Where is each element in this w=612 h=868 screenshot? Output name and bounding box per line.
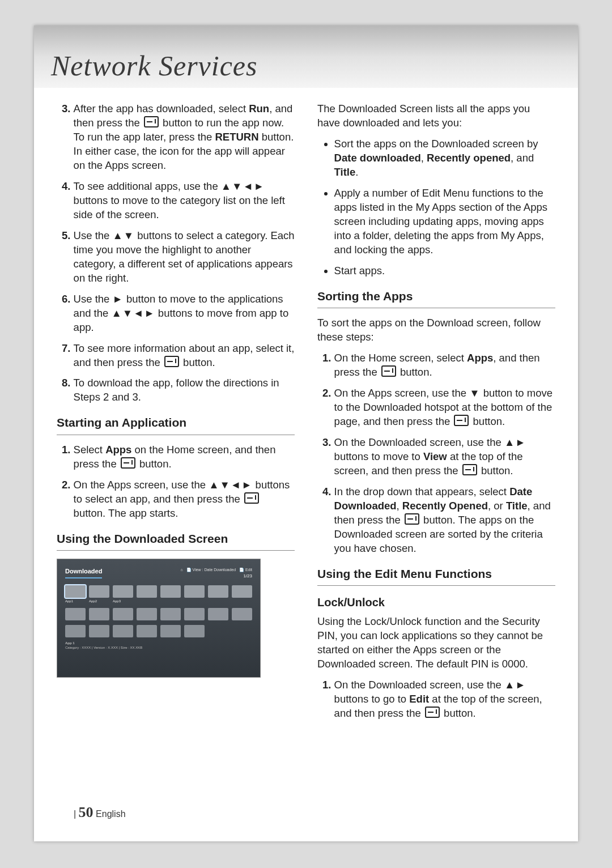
- numbered-step: To see additional apps, use the ▲▼◄► but…: [74, 180, 295, 222]
- app-tile: [89, 625, 109, 637]
- mock-view-edit: ⌂ 📄 View : Date Downloaded 📄 Edit: [181, 567, 252, 572]
- numbered-step: After the app has downloaded, select Run…: [74, 102, 295, 173]
- bold-text: Recently Opened: [402, 500, 488, 512]
- numbered-step: On the Home screen, select Apps, and the…: [334, 351, 555, 380]
- mock-app-row-2: [65, 608, 252, 620]
- app-tile: [113, 625, 133, 637]
- app-tile: [208, 585, 228, 598]
- divider: [317, 308, 555, 308]
- mock-app-row-1: [65, 585, 252, 598]
- document-sheet: Network Services After the app has downl…: [34, 25, 578, 841]
- enter-button-icon: [121, 457, 135, 469]
- app-tile: [65, 625, 86, 637]
- starting-application-steps: Select Apps on the Home screen, and then…: [57, 443, 295, 521]
- numbered-step: On the Apps screen, use the ▼ button to …: [334, 386, 555, 429]
- enter-button-icon: [164, 356, 179, 367]
- enter-button-icon: [244, 492, 259, 504]
- page-root: Network Services After the app has downl…: [0, 0, 612, 868]
- mock-footer-title: App 1: [65, 641, 252, 645]
- lock-steps: On the Downloaded screen, use the ▲► but…: [317, 678, 555, 721]
- page-title: Network Services: [51, 49, 258, 82]
- mock-label-row: App1App2App3: [65, 599, 252, 603]
- mock-app-label: [184, 599, 205, 603]
- mock-title: Downloaded: [65, 567, 102, 578]
- app-tile: [89, 585, 109, 598]
- mock-app-label: App3: [113, 599, 133, 603]
- mock-header-row: Downloaded ⌂ 📄 View : Date Downloaded 📄 …: [65, 567, 252, 580]
- content-columns: After the app has downloaded, select Run…: [34, 88, 578, 729]
- arrow-keys-icon: ▼: [469, 387, 480, 399]
- downloaded-intro-bullets: Sort the apps on the Downloaded screen b…: [317, 137, 555, 278]
- edit-menu-heading: Using the Edit Menu Functions: [317, 566, 555, 582]
- downloaded-screen-heading: Using the Downloaded Screen: [57, 531, 295, 547]
- downloaded-intro: The Downloaded Screen lists all the apps…: [317, 102, 555, 130]
- sorting-intro: To sort the apps on the Download screen,…: [317, 316, 555, 344]
- arrow-keys-icon: ►: [113, 293, 124, 305]
- mock-app-label: App1: [65, 599, 86, 603]
- numbered-step: To see more information about an app, se…: [74, 342, 295, 370]
- enter-button-icon: [144, 116, 159, 127]
- divider: [317, 585, 555, 586]
- app-tile: [208, 608, 228, 620]
- app-tile: [65, 608, 86, 620]
- mock-app-label: [232, 599, 252, 603]
- arrow-keys-icon: ▲►: [504, 679, 526, 691]
- sorting-steps: On the Home screen, select Apps, and the…: [317, 351, 555, 556]
- downloaded-screen-mock: Downloaded ⌂ 📄 View : Date Downloaded 📄 …: [57, 559, 261, 678]
- left-column: After the app has downloaded, select Run…: [57, 102, 295, 729]
- mock-app-label: [160, 599, 181, 603]
- enter-button-icon: [462, 464, 477, 475]
- numbered-step: On the Downloaded screen, use the ▲► but…: [334, 436, 555, 478]
- lock-unlock-heading: Lock/Unlock: [317, 595, 555, 610]
- divider: [57, 550, 295, 551]
- app-tile: [160, 608, 181, 620]
- app-tile: [160, 585, 181, 598]
- bold-text: Run: [249, 103, 269, 114]
- app-tile: [89, 608, 109, 620]
- divider: [57, 435, 295, 435]
- mock-page-indicator: 1/23: [181, 573, 252, 580]
- arrow-keys-icon: ▲▼: [113, 229, 135, 241]
- enter-button-icon: [405, 513, 419, 525]
- bullet-item: Sort the apps on the Downloaded screen b…: [334, 137, 555, 180]
- numbered-step: On the Downloaded screen, use the ▲► but…: [334, 678, 555, 721]
- mock-app-label: [137, 599, 157, 603]
- mock-app-label: App2: [89, 599, 109, 603]
- mock-app-row-3: [65, 625, 252, 637]
- lock-unlock-para: Using the Lock/Unlock function and the S…: [317, 615, 555, 671]
- mock-footer: App 1 Category : XXXX | Version : X.XXX …: [65, 641, 252, 650]
- app-tile-selected: [65, 585, 86, 598]
- app-tile: [113, 585, 133, 598]
- download-continued-steps: After the app has downloaded, select Run…: [57, 102, 295, 405]
- numbered-step: Use the ► button to move to the applicat…: [74, 292, 295, 335]
- numbered-step: On the Apps screen, use the ▲▼◄► buttons…: [74, 478, 295, 521]
- numbered-step: In the drop down that appears, select Da…: [334, 485, 555, 556]
- footer-language: English: [96, 809, 125, 819]
- numbered-step: Use the ▲▼ buttons to select a category.…: [74, 229, 295, 286]
- bold-text: RETURN: [215, 131, 259, 143]
- bold-text: Title: [334, 166, 356, 178]
- mock-top-right: ⌂ 📄 View : Date Downloaded 📄 Edit 1/23: [181, 567, 252, 580]
- app-tile: [184, 625, 205, 637]
- bold-text: Apps: [105, 444, 131, 456]
- app-tile: [160, 625, 181, 637]
- mock-app-label: [208, 599, 228, 603]
- app-tile: [113, 608, 133, 620]
- page-number: 50: [79, 804, 94, 820]
- app-tile: [137, 585, 157, 598]
- bullet-item: Start apps.: [334, 264, 555, 278]
- title-band: Network Services: [34, 25, 578, 88]
- app-tile: [184, 585, 205, 598]
- footer-bar: |: [74, 809, 76, 819]
- starting-application-heading: Starting an Application: [57, 415, 295, 431]
- arrow-keys-icon: ▲►: [504, 436, 526, 448]
- arrow-keys-icon: ▲▼◄►: [111, 307, 155, 319]
- app-tile: [137, 608, 157, 620]
- bullet-item: Apply a number of Edit Menu functions to…: [334, 186, 555, 257]
- enter-button-icon: [454, 415, 469, 426]
- bold-text: Apps: [467, 352, 493, 364]
- arrow-keys-icon: ▲▼◄►: [221, 180, 265, 192]
- bold-text: View: [423, 450, 447, 462]
- sorting-apps-heading: Sorting the Apps: [317, 288, 555, 304]
- enter-button-icon: [425, 707, 440, 718]
